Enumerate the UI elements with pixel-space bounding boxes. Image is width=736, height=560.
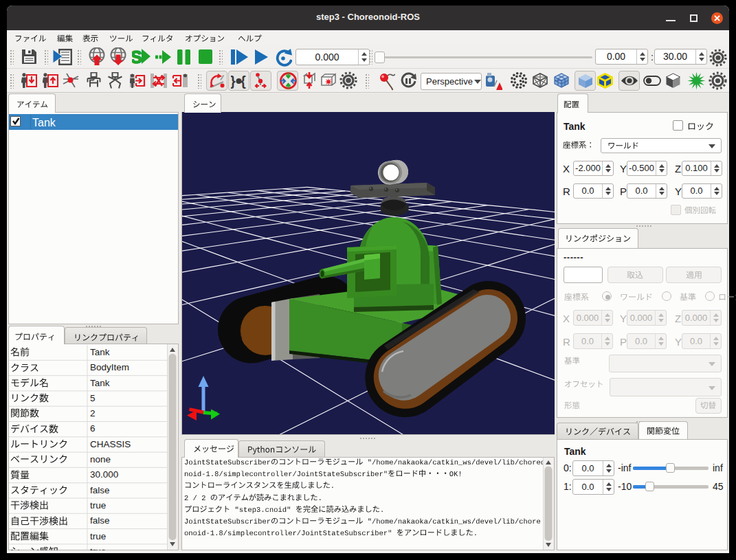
svg-text:S: S xyxy=(132,48,142,66)
svg-text:}: } xyxy=(231,74,236,89)
